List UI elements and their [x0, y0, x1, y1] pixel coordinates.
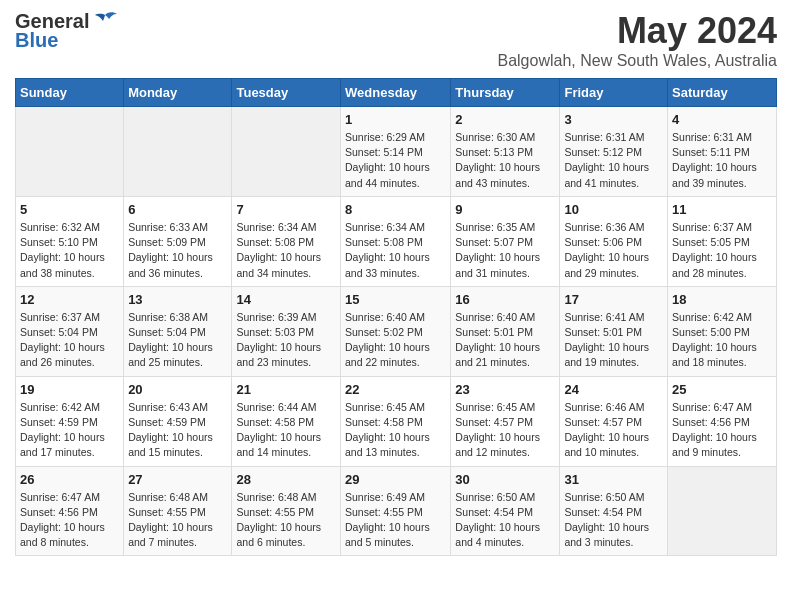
sunset-label: Sunset: 4:55 PM — [236, 506, 314, 518]
sunrise-label: Sunrise: 6:37 AM — [20, 311, 100, 323]
daylight-label: Daylight: 10 hours and 10 minutes. — [564, 431, 649, 458]
logo: General Blue — [15, 10, 121, 52]
day-info: Sunrise: 6:34 AM Sunset: 5:08 PM Dayligh… — [236, 220, 336, 281]
day-info: Sunrise: 6:48 AM Sunset: 4:55 PM Dayligh… — [128, 490, 227, 551]
sunset-label: Sunset: 4:55 PM — [345, 506, 423, 518]
sunrise-label: Sunrise: 6:41 AM — [564, 311, 644, 323]
table-cell: 30 Sunrise: 6:50 AM Sunset: 4:54 PM Dayl… — [451, 466, 560, 556]
sunrise-label: Sunrise: 6:44 AM — [236, 401, 316, 413]
daylight-label: Daylight: 10 hours and 7 minutes. — [128, 521, 213, 548]
sunset-label: Sunset: 4:56 PM — [672, 416, 750, 428]
sunset-label: Sunset: 4:57 PM — [455, 416, 533, 428]
day-number: 13 — [128, 292, 227, 307]
calendar-table: Sunday Monday Tuesday Wednesday Thursday… — [15, 78, 777, 556]
daylight-label: Daylight: 10 hours and 41 minutes. — [564, 161, 649, 188]
sunset-label: Sunset: 4:59 PM — [20, 416, 98, 428]
table-cell: 18 Sunrise: 6:42 AM Sunset: 5:00 PM Dayl… — [668, 286, 777, 376]
day-info: Sunrise: 6:48 AM Sunset: 4:55 PM Dayligh… — [236, 490, 336, 551]
sunset-label: Sunset: 5:14 PM — [345, 146, 423, 158]
day-number: 28 — [236, 472, 336, 487]
sunset-label: Sunset: 5:04 PM — [20, 326, 98, 338]
sunrise-label: Sunrise: 6:46 AM — [564, 401, 644, 413]
day-number: 2 — [455, 112, 555, 127]
table-cell — [124, 107, 232, 197]
sunset-label: Sunset: 5:12 PM — [564, 146, 642, 158]
table-cell: 15 Sunrise: 6:40 AM Sunset: 5:02 PM Dayl… — [341, 286, 451, 376]
daylight-label: Daylight: 10 hours and 14 minutes. — [236, 431, 321, 458]
day-number: 6 — [128, 202, 227, 217]
day-info: Sunrise: 6:45 AM Sunset: 4:58 PM Dayligh… — [345, 400, 446, 461]
table-cell: 5 Sunrise: 6:32 AM Sunset: 5:10 PM Dayli… — [16, 196, 124, 286]
day-number: 1 — [345, 112, 446, 127]
table-cell: 23 Sunrise: 6:45 AM Sunset: 4:57 PM Dayl… — [451, 376, 560, 466]
table-cell: 19 Sunrise: 6:42 AM Sunset: 4:59 PM Dayl… — [16, 376, 124, 466]
sunset-label: Sunset: 5:05 PM — [672, 236, 750, 248]
sunrise-label: Sunrise: 6:33 AM — [128, 221, 208, 233]
table-cell: 26 Sunrise: 6:47 AM Sunset: 4:56 PM Dayl… — [16, 466, 124, 556]
day-info: Sunrise: 6:40 AM Sunset: 5:02 PM Dayligh… — [345, 310, 446, 371]
daylight-label: Daylight: 10 hours and 19 minutes. — [564, 341, 649, 368]
col-thursday: Thursday — [451, 79, 560, 107]
calendar-subtitle: Balgowlah, New South Wales, Australia — [497, 52, 777, 70]
day-number: 22 — [345, 382, 446, 397]
daylight-label: Daylight: 10 hours and 13 minutes. — [345, 431, 430, 458]
table-cell: 31 Sunrise: 6:50 AM Sunset: 4:54 PM Dayl… — [560, 466, 668, 556]
day-number: 8 — [345, 202, 446, 217]
sunrise-label: Sunrise: 6:38 AM — [128, 311, 208, 323]
day-number: 29 — [345, 472, 446, 487]
day-number: 10 — [564, 202, 663, 217]
sunset-label: Sunset: 4:59 PM — [128, 416, 206, 428]
sunset-label: Sunset: 5:10 PM — [20, 236, 98, 248]
daylight-label: Daylight: 10 hours and 8 minutes. — [20, 521, 105, 548]
table-cell: 17 Sunrise: 6:41 AM Sunset: 5:01 PM Dayl… — [560, 286, 668, 376]
day-number: 27 — [128, 472, 227, 487]
sunset-label: Sunset: 5:07 PM — [455, 236, 533, 248]
daylight-label: Daylight: 10 hours and 25 minutes. — [128, 341, 213, 368]
week-row-1: 1 Sunrise: 6:29 AM Sunset: 5:14 PM Dayli… — [16, 107, 777, 197]
table-cell: 10 Sunrise: 6:36 AM Sunset: 5:06 PM Dayl… — [560, 196, 668, 286]
day-info: Sunrise: 6:47 AM Sunset: 4:56 PM Dayligh… — [20, 490, 119, 551]
table-cell: 25 Sunrise: 6:47 AM Sunset: 4:56 PM Dayl… — [668, 376, 777, 466]
sunrise-label: Sunrise: 6:37 AM — [672, 221, 752, 233]
sunset-label: Sunset: 5:13 PM — [455, 146, 533, 158]
sunset-label: Sunset: 5:00 PM — [672, 326, 750, 338]
daylight-label: Daylight: 10 hours and 15 minutes. — [128, 431, 213, 458]
sunrise-label: Sunrise: 6:50 AM — [455, 491, 535, 503]
daylight-label: Daylight: 10 hours and 9 minutes. — [672, 431, 757, 458]
day-info: Sunrise: 6:49 AM Sunset: 4:55 PM Dayligh… — [345, 490, 446, 551]
day-info: Sunrise: 6:33 AM Sunset: 5:09 PM Dayligh… — [128, 220, 227, 281]
col-tuesday: Tuesday — [232, 79, 341, 107]
table-cell: 3 Sunrise: 6:31 AM Sunset: 5:12 PM Dayli… — [560, 107, 668, 197]
sunset-label: Sunset: 4:58 PM — [236, 416, 314, 428]
day-number: 3 — [564, 112, 663, 127]
sunrise-label: Sunrise: 6:40 AM — [455, 311, 535, 323]
day-number: 30 — [455, 472, 555, 487]
table-cell: 29 Sunrise: 6:49 AM Sunset: 4:55 PM Dayl… — [341, 466, 451, 556]
table-cell: 4 Sunrise: 6:31 AM Sunset: 5:11 PM Dayli… — [668, 107, 777, 197]
day-number: 14 — [236, 292, 336, 307]
daylight-label: Daylight: 10 hours and 33 minutes. — [345, 251, 430, 278]
sunrise-label: Sunrise: 6:36 AM — [564, 221, 644, 233]
sunrise-label: Sunrise: 6:31 AM — [672, 131, 752, 143]
day-number: 21 — [236, 382, 336, 397]
col-friday: Friday — [560, 79, 668, 107]
daylight-label: Daylight: 10 hours and 23 minutes. — [236, 341, 321, 368]
logo-bird-icon — [91, 11, 119, 33]
day-number: 25 — [672, 382, 772, 397]
day-number: 26 — [20, 472, 119, 487]
table-cell: 13 Sunrise: 6:38 AM Sunset: 5:04 PM Dayl… — [124, 286, 232, 376]
day-info: Sunrise: 6:38 AM Sunset: 5:04 PM Dayligh… — [128, 310, 227, 371]
daylight-label: Daylight: 10 hours and 21 minutes. — [455, 341, 540, 368]
day-number: 11 — [672, 202, 772, 217]
day-number: 18 — [672, 292, 772, 307]
day-number: 9 — [455, 202, 555, 217]
sunset-label: Sunset: 5:01 PM — [455, 326, 533, 338]
daylight-label: Daylight: 10 hours and 12 minutes. — [455, 431, 540, 458]
day-number: 31 — [564, 472, 663, 487]
day-info: Sunrise: 6:42 AM Sunset: 4:59 PM Dayligh… — [20, 400, 119, 461]
table-cell: 7 Sunrise: 6:34 AM Sunset: 5:08 PM Dayli… — [232, 196, 341, 286]
logo-blue: Blue — [15, 29, 58, 52]
daylight-label: Daylight: 10 hours and 34 minutes. — [236, 251, 321, 278]
daylight-label: Daylight: 10 hours and 3 minutes. — [564, 521, 649, 548]
week-row-5: 26 Sunrise: 6:47 AM Sunset: 4:56 PM Dayl… — [16, 466, 777, 556]
